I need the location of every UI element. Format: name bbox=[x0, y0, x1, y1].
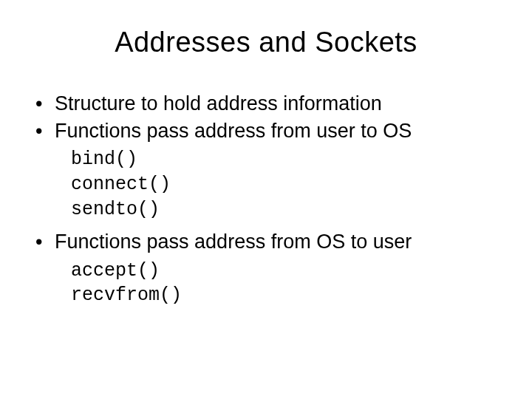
bullet-structure: Structure to hold address information bbox=[30, 91, 502, 117]
bullet-list-2: Functions pass address from OS to user bbox=[30, 229, 502, 255]
bullet-os-to-user: Functions pass address from OS to user bbox=[30, 229, 502, 255]
bullet-list: Structure to hold address information Fu… bbox=[30, 91, 502, 144]
code-recvfrom: recvfrom() bbox=[71, 283, 502, 308]
slide-title: Addresses and Sockets bbox=[30, 27, 502, 58]
code-os-to-user: accept() recvfrom() bbox=[71, 259, 502, 309]
code-connect: connect() bbox=[71, 172, 502, 197]
code-accept: accept() bbox=[71, 259, 502, 284]
code-bind: bind() bbox=[71, 147, 502, 172]
bullet-user-to-os: Functions pass address from user to OS bbox=[30, 118, 502, 144]
code-sendto: sendto() bbox=[71, 197, 502, 222]
code-user-to-os: bind() connect() sendto() bbox=[71, 147, 502, 222]
